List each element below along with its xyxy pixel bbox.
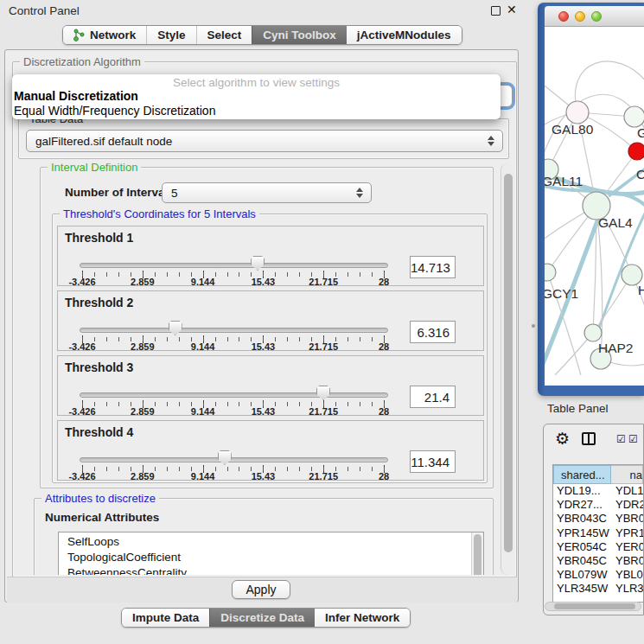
close-icon[interactable]: ✕ <box>507 3 517 16</box>
threshold-3-label: Threshold 3 <box>65 360 133 374</box>
threshold-4-label: Threshold 4 <box>65 425 133 439</box>
threshold-3-panel: Threshold 3 -3.4262.8599.14415.4321.7152… <box>57 355 484 416</box>
threshold-1-panel: Threshold 1 -3.4262.8599.14415.4321.7152… <box>57 226 484 286</box>
table-row[interactable]: YDL19...YDL1 <box>553 484 643 498</box>
table-row[interactable]: YPR145WYPR1 <box>553 526 643 540</box>
number-of-intervals-value: 5 <box>163 187 178 200</box>
table-row[interactable]: YBR043CYBR0 <box>553 512 643 526</box>
dropdown-option-manual[interactable]: Manual Discretization <box>12 89 501 104</box>
node-label-hap2: HAP2 <box>598 341 634 355</box>
table-data-combobox[interactable]: galFiltered.sif default node <box>26 130 503 152</box>
combo-stepper-icon <box>486 131 496 151</box>
float-window-icon[interactable] <box>491 6 501 16</box>
slider-tick-labels: -3.4262.8599.14415.4321.71528 <box>82 341 384 352</box>
apply-button[interactable]: Apply <box>232 580 290 599</box>
network-window-titlebar[interactable] <box>545 6 644 27</box>
node-hap2 <box>584 324 602 341</box>
threshold-1-value-field[interactable]: 14.713 <box>410 256 456 278</box>
control-panel-titlebar: Control Panel ✕ <box>0 0 536 22</box>
threshold-3-slider-track[interactable] <box>80 392 388 398</box>
threshold-4-value-field[interactable]: 11.344 <box>410 450 456 473</box>
table-panel-window: ⚙ ☑ ☑ shared... na YDL19...YDL1 YDR27...… <box>543 424 644 615</box>
minimize-traffic-light-icon[interactable] <box>575 11 585 22</box>
tab-select[interactable]: Select <box>196 26 252 44</box>
table-panel-title: Table Panel <box>547 402 609 415</box>
slider-tick-labels: -3.4262.8599.14415.4321.71528 <box>82 471 384 481</box>
table-data-value: galFiltered.sif default node <box>27 135 172 148</box>
tab-impute-data[interactable]: Impute Data <box>122 609 209 627</box>
panel-divider-grip[interactable] <box>532 324 535 328</box>
threshold-2-panel: Threshold 2 -3.4262.8599.14415.4321.7152… <box>57 290 484 351</box>
column-header-shared-name[interactable]: shared... <box>553 465 611 484</box>
dropdown-option-equal-width[interactable]: Equal Width/Frequency Discretization <box>12 104 501 118</box>
checkbox-icon[interactable]: ☑ <box>628 433 638 445</box>
tab-style[interactable]: Style <box>146 26 195 44</box>
node-label-partial-c: C <box>636 167 644 182</box>
network-graph: GAL80 G. C GAL11 GAL4 GCY1 H HAP2 <box>545 27 644 375</box>
column-header-name[interactable]: na <box>611 465 643 484</box>
table-scrollbar-thumb[interactable] <box>554 603 635 609</box>
zoom-traffic-light-icon[interactable] <box>591 11 602 22</box>
dropdown-placeholder-option[interactable]: Select algorithm to view settings <box>12 74 501 89</box>
node-gal80 <box>566 101 589 124</box>
network-icon <box>73 29 85 41</box>
node-label-gal4: GAL4 <box>598 215 633 230</box>
node-label-partial-h: H <box>638 283 644 297</box>
checkbox-icon[interactable]: ☑ <box>616 433 626 445</box>
algorithm-dropdown-popup: Select algorithm to view settings Manual… <box>12 74 501 119</box>
attributes-group: Attributes to discretize Numerical Attri… <box>34 498 494 575</box>
numerical-attributes-label: Numerical Attributes <box>45 511 159 524</box>
discretization-algorithm-title: Discretization Algorithm <box>20 55 144 68</box>
number-of-intervals-label: Number of Intervals <box>65 186 175 199</box>
threshold-4-slider-track[interactable] <box>80 457 388 462</box>
node-label-gcy1: GCY1 <box>545 286 578 301</box>
threshold-2-value-field[interactable]: 6.316 <box>410 321 456 343</box>
slider-tick-labels: -3.4262.8599.14415.4321.71528 <box>82 406 384 417</box>
threshold-1-slider-track[interactable] <box>80 263 388 268</box>
close-traffic-light-icon[interactable] <box>558 11 569 22</box>
split-columns-icon[interactable] <box>582 432 596 445</box>
node-label-gal11: GAL11 <box>545 174 583 188</box>
node-label-partial-g: G. <box>637 125 644 140</box>
tab-discretize-data[interactable]: Discretize Data <box>209 609 315 627</box>
tab-network[interactable]: Network <box>63 26 146 44</box>
panel-scrollbar-thumb[interactable] <box>504 174 513 552</box>
threshold-1-label: Threshold 1 <box>65 231 133 245</box>
node-label-gal80: GAL80 <box>552 122 594 137</box>
node-red-selected <box>628 143 644 160</box>
tab-infer-network[interactable]: Infer Network <box>315 609 410 627</box>
threshold-1-slider-thumb[interactable] <box>251 256 265 271</box>
table-header-row: shared... na <box>553 465 643 484</box>
network-canvas[interactable]: GAL80 G. C GAL11 GAL4 GCY1 H HAP2 <box>545 27 644 386</box>
threshold-2-slider-track[interactable] <box>80 328 388 333</box>
threshold-2-slider-thumb[interactable] <box>169 321 182 335</box>
list-item[interactable]: BetweennessCentrality <box>59 565 483 575</box>
table-row[interactable]: YBL079WYBL0 <box>553 568 643 582</box>
table-row[interactable]: YDR27...YDR2 <box>553 498 643 512</box>
threshold-3-value-field[interactable]: 21.4 <box>410 386 456 408</box>
list-scrollbar[interactable] <box>471 532 483 575</box>
threshold-4-panel: Threshold 4 -3.4262.8599.14415.4321.7152… <box>57 420 484 481</box>
tab-jactivemnodules[interactable]: jActiveMNodules <box>347 26 462 44</box>
node-attribute-table[interactable]: shared... na YDL19...YDL1 YDR27...YDR2 Y… <box>552 464 643 603</box>
network-view-window[interactable]: GAL80 G. C GAL11 GAL4 GCY1 H HAP2 <box>538 3 644 396</box>
cyni-mode-tabs: Impute Data Discretize Data Infer Networ… <box>121 608 411 628</box>
table-row[interactable]: YLR345WYLR3 <box>553 582 643 593</box>
threshold-2-label: Threshold 2 <box>65 296 133 309</box>
panel-scrollbar[interactable] <box>501 163 514 575</box>
table-row[interactable]: YER054CYER0 <box>553 540 643 554</box>
node-unlabeled <box>624 106 644 127</box>
interval-definition-title: Interval Definition <box>48 163 141 174</box>
threshold-4-slider-thumb[interactable] <box>218 450 232 465</box>
numerical-attributes-list[interactable]: SelfLoops TopologicalCoefficient Between… <box>58 532 484 575</box>
gear-icon[interactable]: ⚙ <box>555 429 570 449</box>
list-item[interactable]: TopologicalCoefficient <box>59 550 483 565</box>
settings-scroll-area: Interval Definition Number of Intervals … <box>14 163 498 575</box>
tab-cyni-toolbox[interactable]: Cyni Toolbox <box>252 26 347 44</box>
number-of-intervals-combobox[interactable]: 5 <box>162 182 372 203</box>
threshold-3-slider-thumb[interactable] <box>316 386 330 400</box>
tab-network-label: Network <box>90 29 136 41</box>
table-row[interactable]: YBR045CYBR0 <box>553 554 643 568</box>
list-item[interactable]: SelfLoops <box>59 532 483 550</box>
table-horizontal-scrollbar[interactable] <box>545 602 641 611</box>
